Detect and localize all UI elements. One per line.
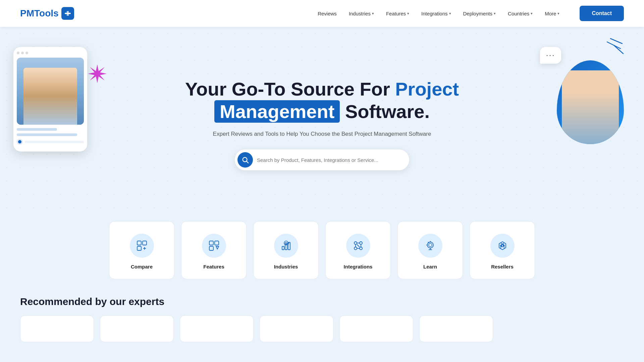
nav-more[interactable]: More ▾ [545,11,559,16]
cards-section: Compare Features PMT PMT Industries [0,215,644,293]
phone-mockup [13,47,87,152]
nav-integrations[interactable]: Integrations ▾ [421,11,451,16]
hero-content: Your Go-To Source For Project Management… [185,78,459,170]
contact-button[interactable]: Contact [580,6,624,21]
features-icon-circle [202,234,226,258]
svg-rect-9 [137,241,141,245]
nav-features[interactable]: Features ▾ [386,11,409,16]
card-resellers-label: Resellers [491,264,514,269]
svg-point-1 [69,13,70,14]
card-learn-label: Learn [423,264,437,269]
features-icon [208,240,220,252]
learn-icon [424,240,436,252]
chevron-down-icon: ▾ [407,11,409,16]
svg-point-33 [427,242,433,248]
svg-point-24 [354,242,357,244]
card-compare-label: Compare [131,264,153,269]
card-features[interactable]: Features [181,221,247,279]
chevron-down-icon: ▾ [557,11,559,16]
card-integrations[interactable]: Integrations [325,221,391,279]
rec-card-4[interactable] [260,315,333,342]
card-industries[interactable]: PMT PMT Industries [253,221,319,279]
logo-text: PMTools [20,8,59,19]
rec-card-5[interactable] [339,315,413,342]
chevron-down-icon: ▾ [449,11,451,16]
nav-countries[interactable]: Countries ▾ [508,11,533,16]
svg-point-2 [65,13,67,14]
svg-point-34 [429,243,432,247]
main-nav: Reviews Industries ▾ Features ▾ Integrat… [318,11,559,16]
hero-title: Your Go-To Source For Project Management… [185,78,459,123]
hero-subtitle: Expert Reviews and Tools to Help You Cho… [185,131,459,137]
card-industries-label: Industries [274,264,298,269]
hero-section: ··· Your Go-To Source For Project Manage… [0,27,644,215]
starburst-decoration [87,64,106,82]
svg-point-27 [360,247,362,250]
learn-icon-circle [418,234,442,258]
resellers-icon [496,240,508,252]
card-resellers[interactable]: Resellers [470,221,535,279]
rec-card-3[interactable] [180,315,254,342]
phone-dots [17,52,84,54]
chevron-down-icon: ▾ [372,11,374,16]
card-learn[interactable]: Learn [397,221,463,279]
nav-deployments[interactable]: Deployments ▾ [463,11,496,16]
logo[interactable]: PMTools [20,7,74,20]
svg-text:PMT: PMT [284,242,289,245]
chevron-down-icon: ▾ [531,11,533,16]
card-features-label: Features [203,264,224,269]
header: PMTools Reviews Industries ▾ Features ▾ … [0,0,644,27]
search-input[interactable] [253,157,402,163]
phone-image-area [17,58,84,125]
chat-bubble: ··· [540,47,561,64]
svg-rect-15 [215,241,219,245]
deco-lines-icon [584,37,624,60]
compare-icon [136,240,148,252]
integrations-icon [352,240,364,252]
resellers-icon-circle [490,234,515,258]
rec-card-2[interactable] [100,315,174,342]
search-button[interactable] [237,152,253,168]
card-integrations-label: Integrations [344,264,373,269]
logo-icon [61,7,74,20]
person-silhouette [562,70,619,144]
svg-point-25 [360,242,362,244]
search-bar [235,149,409,170]
svg-rect-10 [143,241,147,245]
card-compare[interactable]: Compare [109,221,174,279]
svg-rect-16 [209,246,213,250]
svg-marker-3 [88,64,107,83]
nav-reviews[interactable]: Reviews [318,11,337,16]
svg-line-6 [614,45,623,54]
person-blob [557,60,624,144]
svg-rect-14 [209,241,213,245]
search-icon [241,156,249,164]
svg-line-8 [247,161,248,163]
chevron-down-icon: ▾ [494,11,496,16]
svg-marker-17 [216,246,219,249]
integrations-icon-circle [346,234,370,258]
compare-icon-circle [130,234,154,258]
recommended-cards [20,315,624,342]
nav-industries[interactable]: Industries ▾ [349,11,374,16]
svg-line-32 [357,244,360,247]
svg-point-26 [354,247,357,250]
phone-frame [13,47,87,152]
svg-line-4 [610,39,622,44]
rec-card-6[interactable] [419,315,493,342]
recommended-title: Recommended by our experts [20,296,624,307]
industries-icon: PMT PMT [280,240,292,252]
svg-rect-18 [282,246,284,250]
right-person-decoration: ··· [550,44,624,144]
svg-rect-11 [137,246,141,250]
rec-card-1[interactable] [20,315,94,342]
industries-icon-circle: PMT PMT [274,234,298,258]
recommended-section: Recommended by our experts [0,293,644,352]
